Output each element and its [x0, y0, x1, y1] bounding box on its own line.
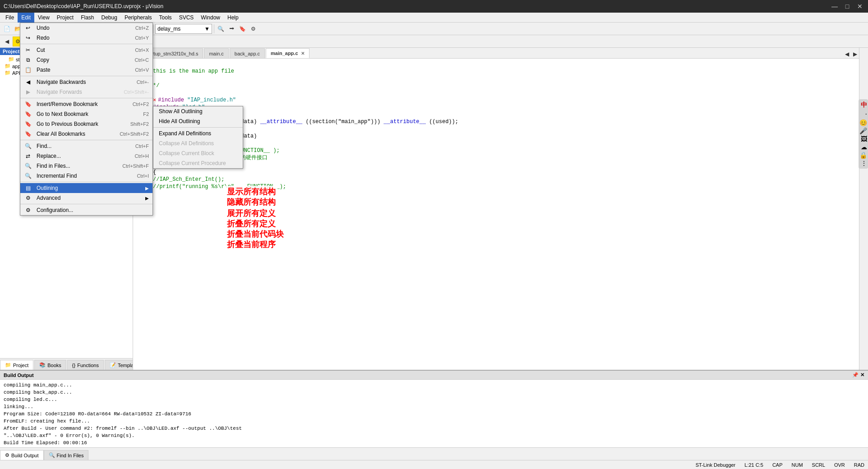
menu-next-bookmark[interactable]: 🔖 Go to Next Bookmark F2 [20, 109, 152, 119]
sogou-emoji[interactable]: 😊 [859, 119, 867, 126]
menu-outlining[interactable]: ▤ Outlining ▶ [20, 183, 152, 193]
books-tab-icon: 📚 [39, 362, 46, 368]
tab-backapp-label: back_app.c [235, 51, 260, 56]
menu-copy-label: Copy [37, 57, 49, 63]
menu-cut-label: Cut [37, 47, 45, 53]
menu-expand-defs[interactable]: Expand All Definitions [153, 129, 243, 138]
tab-templates[interactable]: 📝 Templates [105, 360, 133, 370]
tb-find[interactable]: 🔍 [216, 24, 226, 34]
cut-shortcut: Ctrl+X [135, 47, 149, 53]
sep [20, 44, 152, 44]
tb-new[interactable]: 📄 [2, 24, 12, 34]
menu-project[interactable]: Project [53, 13, 77, 23]
advanced-icon: ⚙ [23, 195, 33, 201]
minimize-button[interactable]: — [830, 2, 839, 11]
menu-advanced[interactable]: ⚙ Advanced ▶ [20, 193, 152, 203]
menu-debug[interactable]: Debug [98, 13, 121, 23]
sogou-img[interactable]: 🖼 [861, 135, 867, 143]
tab-scroll-right[interactable]: ▶ [851, 50, 859, 58]
menu-collapse-block[interactable]: Collapse Current Block [153, 148, 243, 158]
tab-main[interactable]: main.c [204, 48, 228, 58]
function-select-box[interactable]: delay_ms ▼ [155, 24, 212, 34]
tab-project[interactable]: 📁 Project [0, 360, 33, 370]
sogou-more[interactable]: ⋮ [861, 160, 867, 167]
tb-findnext[interactable]: ⮕ [227, 24, 237, 34]
menu-bar: File Edit View Project Flash Debug Perip… [0, 13, 868, 23]
maximize-button[interactable]: □ [843, 2, 852, 11]
menu-replace[interactable]: ⇄ Replace... Ctrl+H [20, 151, 152, 161]
sep [20, 98, 152, 98]
tab-backapp[interactable]: back_app.c [230, 48, 265, 58]
tb-bookmark[interactable]: 🔖 [238, 24, 248, 34]
menu-nav-fwd[interactable]: ▶ Navigate Forwards Ctrl+Shift+- [20, 87, 152, 97]
title-bar: C:\Users\Dell\Desktop\code\IAP_Run\USER\… [0, 0, 868, 13]
menu-replace-label: Replace... [37, 153, 61, 159]
menu-nav-back[interactable]: ◀ Navigate Backwards Ctrl+- [20, 77, 152, 87]
code-line: 17 { [135, 169, 857, 176]
menu-help[interactable]: Help [224, 13, 242, 23]
find-files-shortcut: Ctrl+Shift+F [122, 163, 149, 169]
menu-find[interactable]: 🔍 Find... Ctrl+F [20, 141, 152, 151]
menu-collapse-proc[interactable]: Collapse Current Procedure [153, 158, 243, 168]
next-bookmark-icon: 🔖 [23, 111, 33, 117]
code-line: 10 void _main_app_task( u8 * pdata) __at… [135, 118, 857, 125]
caps-label: CAP [772, 462, 783, 468]
clear-bookmarks-icon: 🔖 [23, 131, 33, 137]
tb2-1[interactable]: ◀ [2, 37, 12, 46]
menu-paste[interactable]: 📋 Paste Ctrl+V [20, 65, 152, 75]
menu-svcs[interactable]: SVCS [175, 13, 198, 23]
menu-undo[interactable]: ↩ Undo Ctrl+Z [20, 23, 152, 33]
menu-copy[interactable]: ⧉ Copy Ctrl+C [20, 55, 152, 65]
menu-insert-bookmark-label: Insert/Remove Bookmark [37, 101, 97, 107]
tab-functions[interactable]: {} Functions [67, 360, 104, 370]
function-select-arrow[interactable]: ▼ [204, 26, 210, 32]
build-tab-output[interactable]: ⚙ Build Output [0, 450, 44, 460]
build-tab-findinfiles[interactable]: 🔍 Find In Files [44, 450, 89, 460]
menu-cut[interactable]: ✂ Cut Ctrl+X [20, 45, 152, 55]
menu-undo-label: Undo [37, 25, 50, 31]
menu-hide-outlining[interactable]: Hide All Outlining [153, 116, 243, 126]
menu-show-outlining[interactable]: Show All Outlining [153, 106, 243, 116]
build-output-close[interactable]: ✕ [860, 372, 864, 378]
menu-peripherals[interactable]: Peripherals [121, 13, 156, 23]
tb-settings[interactable]: ⚙ [249, 24, 259, 34]
tab-startup-label: startup_stm32f10x_hd.s [145, 51, 198, 56]
sep [20, 204, 152, 204]
menu-insert-bookmark[interactable]: 🔖 Insert/Remove Bookmark Ctrl+F2 [20, 99, 152, 109]
tab-mainapp[interactable]: main_app.c ✕ [266, 48, 309, 58]
incr-find-icon: 🔍 [23, 173, 33, 179]
menu-tools[interactable]: Tools [156, 13, 175, 23]
sogou-mic[interactable]: 🎤 [859, 127, 867, 134]
close-button[interactable]: ✕ [855, 2, 864, 11]
menu-clear-bookmarks[interactable]: 🔖 Clear All Bookmarks Ctrl+Shift+F2 [20, 129, 152, 139]
outlining-icon: ▤ [23, 185, 33, 191]
menu-edit[interactable]: Edit [18, 13, 34, 23]
build-output-content[interactable]: compiling main_app.c... compiling back_a… [0, 380, 868, 447]
menu-redo[interactable]: ↪ Redo Ctrl+Y [20, 33, 152, 43]
sogou-dot[interactable]: · [865, 110, 867, 118]
sogou-zh[interactable]: 中 [861, 101, 867, 109]
tab-books[interactable]: 📚 Books [34, 360, 66, 370]
expand-defs-label: Expand All Definitions [159, 130, 211, 137]
sogou-lock[interactable]: 🔒 [859, 152, 867, 159]
menu-flash[interactable]: Flash [77, 13, 97, 23]
ovr-label: OVR [834, 462, 845, 468]
menu-outlining-label: Outlining [37, 185, 58, 191]
tab-mainapp-close[interactable]: ✕ [301, 51, 305, 56]
navfwd-icon: ▶ [23, 89, 33, 95]
build-output-pin[interactable]: 📌 [852, 372, 859, 378]
code-area[interactable]: 2 3 this is the main app file 4 5 */ 6 [133, 59, 859, 370]
sogou-cloud[interactable]: ☁ [861, 143, 867, 151]
menu-window[interactable]: Window [197, 13, 224, 23]
menu-file[interactable]: File [2, 13, 18, 23]
menu-config[interactable]: ⚙ Configuration... [20, 205, 152, 215]
copy-icon: ⧉ [23, 57, 33, 63]
folder-icon: 📁 [5, 70, 11, 76]
menu-view[interactable]: View [34, 13, 53, 23]
menu-prev-bookmark[interactable]: 🔖 Go to Previous Bookmark Shift+F2 [20, 119, 152, 129]
menu-collapse-defs[interactable]: Collapse All Definitions [153, 138, 243, 148]
tab-scroll-left[interactable]: ◀ [843, 50, 851, 58]
menu-incr-find[interactable]: 🔍 Incremental Find Ctrl+I [20, 171, 152, 181]
templates-tab-label: Templates [118, 363, 133, 368]
menu-find-files[interactable]: 🔍 Find in Files... Ctrl+Shift+F [20, 161, 152, 171]
